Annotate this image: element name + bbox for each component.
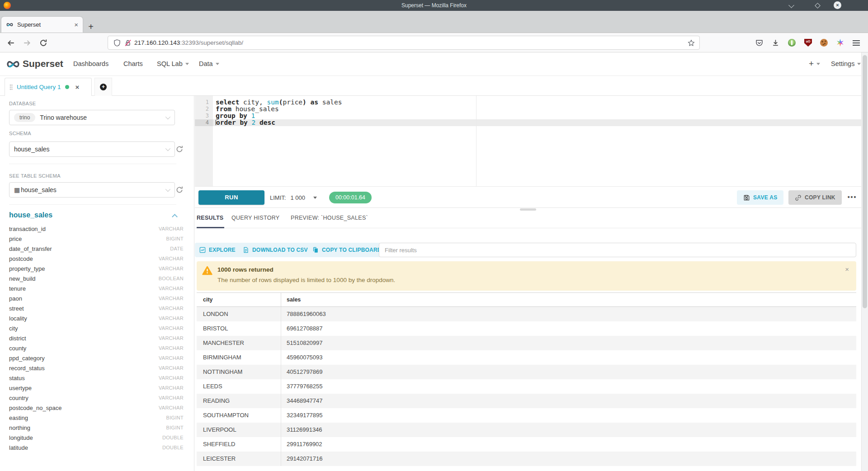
column-type: VARCHAR — [159, 256, 184, 261]
cell-city: LEICESTER — [197, 452, 281, 466]
browser-tab-close-icon[interactable]: × — [74, 21, 78, 28]
nav-item-dashboards[interactable]: Dashboards — [73, 60, 108, 67]
scrollbar-thumb[interactable] — [863, 55, 867, 308]
editor-code-line[interactable]: select city, sum(price) as sales — [213, 99, 861, 106]
chevron-up-icon[interactable] — [172, 214, 178, 220]
asterisk-extension-icon[interactable] — [836, 39, 844, 47]
lock-insecure-icon[interactable] — [124, 39, 132, 47]
table-schema-select[interactable]: ▦ house_sales — [9, 182, 175, 198]
cookie-extension-icon[interactable] — [820, 39, 828, 47]
database-name: Trino warehouse — [40, 114, 87, 121]
ublock-icon[interactable]: uO — [804, 39, 812, 47]
sql-editor[interactable]: 1234 select city, sum(price) as salesfro… — [195, 96, 861, 186]
shield-icon[interactable] — [113, 39, 121, 47]
pocket-icon[interactable] — [755, 39, 763, 47]
column-type: VARCHAR — [159, 266, 184, 271]
settings-menu[interactable]: Settings — [831, 60, 861, 67]
chevron-down-icon — [165, 187, 170, 192]
column-type: VARCHAR — [159, 385, 184, 391]
browser-tab[interactable]: Superset × — [1, 17, 83, 33]
schema-column-row: cityVARCHAR — [9, 323, 184, 333]
cell-city: READING — [197, 394, 281, 408]
add-new-button[interactable]: + — [809, 59, 820, 69]
results-column-header[interactable]: sales — [281, 293, 856, 306]
results-table-row: BIRMINGHAM45960075093 — [197, 350, 856, 365]
nav-item-data[interactable]: Data — [199, 60, 219, 67]
column-type: BOOLEAN — [159, 276, 184, 281]
url-text[interactable]: 217.160.120.143:32393/superset/sqllab/ — [134, 36, 243, 49]
download-csv-button[interactable]: DOWNLOAD TO CSV — [238, 243, 312, 257]
cell-city: LIVERPOOL — [197, 423, 281, 437]
database-select[interactable]: trino Trino warehouse — [9, 110, 175, 125]
url-bar[interactable]: 217.160.120.143:32393/superset/sqllab/ — [108, 36, 700, 50]
editor-code-line[interactable]: from house_sales — [213, 106, 861, 113]
copy-clipboard-button[interactable]: COPY TO CLIPBOARD — [308, 243, 386, 257]
column-type: VARCHAR — [159, 306, 184, 311]
chart-icon — [199, 247, 206, 253]
green-extension-icon[interactable] — [788, 39, 796, 47]
results-column-header[interactable]: city — [197, 293, 281, 306]
column-type: DATE — [170, 246, 184, 251]
browser-tabstrip: Superset × + — [0, 11, 868, 33]
copy-link-button[interactable]: COPY LINK — [788, 190, 842, 205]
results-table-row: NOTTINGHAM40512797869 — [197, 365, 856, 379]
screen: Superset — Mozilla Firefox × Superset × … — [0, 0, 868, 471]
chevron-down-icon — [165, 114, 170, 119]
caret-down-icon — [216, 63, 219, 65]
schema-column-row: northingBIGINT — [9, 423, 184, 433]
results-table-row: LEEDS37779768255 — [197, 379, 856, 394]
filter-results-input[interactable] — [379, 243, 856, 257]
editor-toolbar: RUN LIMIT: 1 000 00:00:01.64 SAVE AS — [195, 186, 861, 208]
add-query-tab[interactable]: + — [94, 78, 112, 96]
editor-line-number: 2 — [195, 106, 213, 113]
editor-code[interactable]: select city, sum(price) as salesfrom hou… — [213, 99, 861, 126]
tab-results[interactable]: RESULTS — [197, 215, 224, 221]
editor-code-line[interactable]: order by 2 desc — [213, 119, 861, 126]
limit-dropdown[interactable]: LIMIT: 1 000 — [270, 187, 317, 208]
browser-toolbar: 217.160.120.143:32393/superset/sqllab/ u… — [0, 33, 868, 52]
drag-handle-icon[interactable] — [9, 84, 13, 90]
explore-button[interactable]: EXPLORE — [195, 243, 240, 257]
column-name: usertype — [9, 385, 32, 391]
superset-logo-icon[interactable] — [5, 58, 21, 70]
nav-item-charts[interactable]: Charts — [123, 60, 143, 67]
results-table-row: SHEFFIELD29911769902 — [197, 437, 856, 452]
nav-item-sql-lab[interactable]: SQL Lab — [157, 60, 189, 67]
table-title[interactable]: house_sales — [9, 211, 52, 219]
column-name: district — [9, 335, 26, 342]
column-type: DOUBLE — [162, 445, 184, 450]
page-scrollbar[interactable] — [861, 52, 868, 471]
schema-column-row: countryVARCHAR — [9, 393, 184, 403]
back-icon[interactable] — [7, 39, 15, 47]
tab-preview-table[interactable]: PREVIEW: `HOUSE_SALES` — [291, 215, 368, 221]
bookmark-star-icon[interactable] — [688, 39, 695, 47]
table-schema-name: house_sales — [21, 186, 57, 193]
window-close-icon[interactable]: × — [834, 1, 841, 9]
editor-line-number: 4 — [195, 119, 213, 126]
new-tab-button[interactable]: + — [86, 22, 96, 32]
window-titlebar: Superset — Mozilla Firefox × — [0, 0, 868, 11]
download-icon[interactable] — [772, 39, 779, 47]
schema-select[interactable]: house_sales — [9, 141, 175, 157]
menu-hamburger-icon[interactable] — [853, 40, 860, 46]
add-query-tab-icon: + — [100, 84, 107, 90]
query-tab[interactable]: Untitled Query 1 × — [5, 78, 92, 96]
tab-query-history[interactable]: QUERY HISTORY — [231, 215, 279, 221]
alert-close-icon[interactable]: × — [845, 265, 849, 273]
column-name: postcode_no_space — [9, 405, 61, 411]
editor-code-line[interactable]: group by 1 — [213, 113, 861, 119]
query-tab-close-icon[interactable]: × — [75, 83, 80, 91]
reload-icon[interactable] — [39, 39, 47, 47]
save-as-button[interactable]: SAVE AS — [737, 190, 783, 205]
more-options-icon[interactable]: ••• — [844, 190, 860, 205]
results-table-header: citysales — [197, 292, 856, 307]
refresh-table-icon[interactable] — [175, 186, 184, 194]
refresh-schema-icon[interactable] — [175, 145, 184, 153]
table-grid-icon: ▦ — [14, 187, 20, 193]
column-name: price — [9, 236, 22, 242]
cell-city: LEEDS — [197, 379, 281, 394]
brand-name[interactable]: Superset — [23, 58, 63, 69]
run-button[interactable]: RUN — [198, 190, 264, 205]
results-table-body: LONDON788861960063BRISTOL69612708887MANC… — [197, 307, 856, 466]
forward-icon[interactable] — [23, 39, 31, 47]
